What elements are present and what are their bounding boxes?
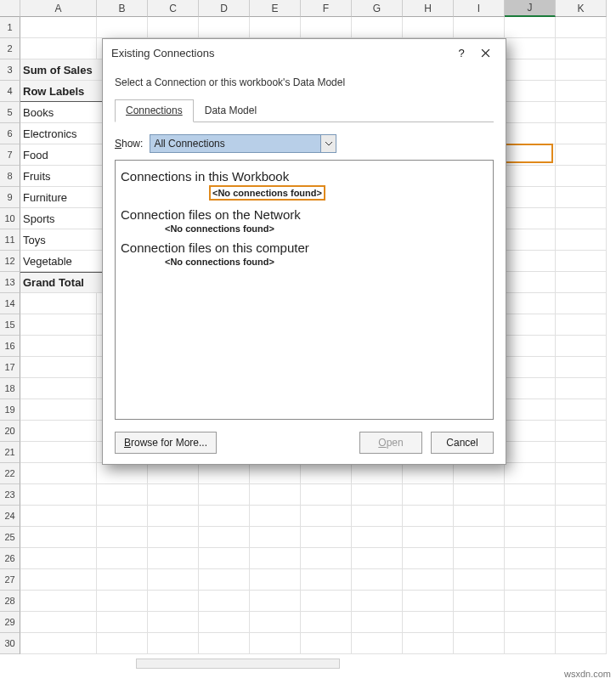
cell-I24[interactable] <box>454 506 505 527</box>
cell-A6[interactable]: Electronics <box>20 123 97 144</box>
row-header-2[interactable]: 2 <box>0 38 20 59</box>
row-header-16[interactable]: 16 <box>0 336 20 357</box>
row-header-24[interactable]: 24 <box>0 506 20 527</box>
cell-A18[interactable] <box>20 378 97 399</box>
cell-B24[interactable] <box>97 506 148 527</box>
cell-E1[interactable] <box>250 17 301 38</box>
cell-J1[interactable] <box>505 17 556 38</box>
cell-J16[interactable] <box>505 336 556 357</box>
cell-C25[interactable] <box>148 527 199 548</box>
row-header-30[interactable]: 30 <box>0 633 20 654</box>
row-header-12[interactable]: 12 <box>0 251 20 272</box>
row-header-11[interactable]: 11 <box>0 229 20 251</box>
cell-K2[interactable] <box>556 38 607 59</box>
cell-J6[interactable] <box>505 123 556 144</box>
column-header-H[interactable]: H <box>403 0 454 17</box>
cell-K26[interactable] <box>556 548 607 569</box>
cell-K5[interactable] <box>556 102 607 123</box>
cell-E23[interactable] <box>250 484 301 506</box>
cell-A3[interactable]: Sum of Sales <box>20 59 97 81</box>
row-header-10[interactable]: 10 <box>0 208 20 229</box>
cell-H22[interactable] <box>403 463 454 484</box>
cell-K24[interactable] <box>556 506 607 527</box>
row-header-27[interactable]: 27 <box>0 569 20 591</box>
cell-E26[interactable] <box>250 548 301 569</box>
cell-H26[interactable] <box>403 548 454 569</box>
cell-A9[interactable]: Furniture <box>20 187 97 208</box>
cell-F24[interactable] <box>301 506 352 527</box>
cell-B25[interactable] <box>97 527 148 548</box>
row-header-6[interactable]: 6 <box>0 123 20 144</box>
cell-D23[interactable] <box>199 484 250 506</box>
help-button[interactable]: ? <box>449 42 473 63</box>
cell-K20[interactable] <box>556 421 607 442</box>
cell-C1[interactable] <box>148 17 199 38</box>
cell-K25[interactable] <box>556 527 607 548</box>
cell-A23[interactable] <box>20 484 97 506</box>
cell-A25[interactable] <box>20 527 97 548</box>
cell-J2[interactable] <box>505 38 556 59</box>
cell-A21[interactable] <box>20 442 97 463</box>
cell-H24[interactable] <box>403 506 454 527</box>
cell-I30[interactable] <box>454 633 505 654</box>
cell-K6[interactable] <box>556 123 607 144</box>
column-header-G[interactable]: G <box>352 0 403 17</box>
cell-G28[interactable] <box>352 591 403 612</box>
row-header-5[interactable]: 5 <box>0 102 20 123</box>
cell-F22[interactable] <box>301 463 352 484</box>
browse-button[interactable]: Browse for More... <box>115 432 217 454</box>
cell-D29[interactable] <box>199 612 250 633</box>
column-header-C[interactable]: C <box>148 0 199 17</box>
cell-A14[interactable] <box>20 293 97 314</box>
cell-C26[interactable] <box>148 548 199 569</box>
cell-J23[interactable] <box>505 484 556 506</box>
cell-J5[interactable] <box>505 102 556 123</box>
row-header-15[interactable]: 15 <box>0 314 20 336</box>
cell-K14[interactable] <box>556 293 607 314</box>
cell-G23[interactable] <box>352 484 403 506</box>
cell-H27[interactable] <box>403 569 454 591</box>
cell-J4[interactable] <box>505 81 556 102</box>
cell-A4[interactable]: Row Labels <box>20 81 97 102</box>
cell-I28[interactable] <box>454 591 505 612</box>
cell-I25[interactable] <box>454 527 505 548</box>
row-header-4[interactable]: 4 <box>0 81 20 102</box>
cell-A30[interactable] <box>20 633 97 654</box>
column-header-D[interactable]: D <box>199 0 250 17</box>
cell-I23[interactable] <box>454 484 505 506</box>
cell-K9[interactable] <box>556 187 607 208</box>
cell-F23[interactable] <box>301 484 352 506</box>
cell-B29[interactable] <box>97 612 148 633</box>
select-all-corner[interactable] <box>0 0 20 17</box>
cell-C27[interactable] <box>148 569 199 591</box>
row-header-1[interactable]: 1 <box>0 17 20 38</box>
cell-F25[interactable] <box>301 527 352 548</box>
row-header-25[interactable]: 25 <box>0 527 20 548</box>
cell-D22[interactable] <box>199 463 250 484</box>
cell-H1[interactable] <box>403 17 454 38</box>
cell-I22[interactable] <box>454 463 505 484</box>
cell-H28[interactable] <box>403 591 454 612</box>
cell-A12[interactable]: Vegetable <box>20 251 97 272</box>
cell-A10[interactable]: Sports <box>20 208 97 229</box>
cell-H25[interactable] <box>403 527 454 548</box>
cell-G26[interactable] <box>352 548 403 569</box>
column-header-A[interactable]: A <box>20 0 97 17</box>
cell-G29[interactable] <box>352 612 403 633</box>
cell-A7[interactable]: Food <box>20 144 97 166</box>
cell-E29[interactable] <box>250 612 301 633</box>
cell-E22[interactable] <box>250 463 301 484</box>
cell-J15[interactable] <box>505 314 556 336</box>
row-header-21[interactable]: 21 <box>0 442 20 463</box>
cell-H30[interactable] <box>403 633 454 654</box>
cell-K7[interactable] <box>556 144 607 166</box>
cell-C22[interactable] <box>148 463 199 484</box>
cell-B26[interactable] <box>97 548 148 569</box>
cell-K17[interactable] <box>556 357 607 378</box>
cell-D26[interactable] <box>199 548 250 569</box>
cell-F27[interactable] <box>301 569 352 591</box>
cell-C28[interactable] <box>148 591 199 612</box>
column-header-K[interactable]: K <box>556 0 607 17</box>
cell-J8[interactable] <box>505 166 556 187</box>
cell-B27[interactable] <box>97 569 148 591</box>
